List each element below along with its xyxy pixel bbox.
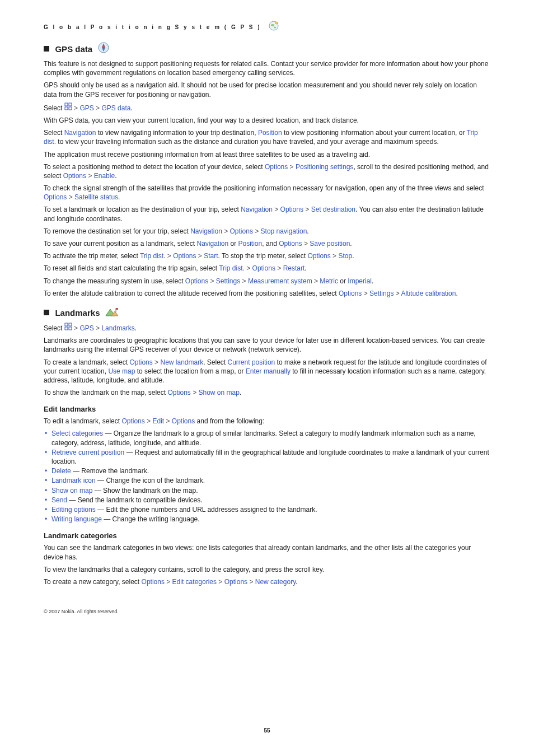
text: . [350,240,352,248]
text: To edit a landmark, select [44,417,121,425]
chevron-icon: > [198,252,202,260]
ui-term: Options [172,417,195,425]
subheading-edit-landmarks: Edit landmarks [44,405,490,413]
ui-term: Start [204,252,218,260]
ui-term: Options [230,227,253,235]
text: . Select [203,358,227,366]
body-text: Select > GPS > Landmarks. [44,323,490,333]
svg-point-1 [271,24,274,26]
text: . [130,104,132,112]
text: — Organize the landmark to a group of si… [51,430,476,446]
chevron-icon: > [396,290,400,297]
body-text: To enter the altitude calibration to cor… [44,289,490,298]
chevron-icon: > [96,324,100,332]
svg-rect-18 [69,327,72,330]
chevron-icon: > [305,206,309,213]
chevron-icon: > [96,104,100,112]
svg-point-3 [275,22,278,24]
text: Select [44,104,64,112]
chevron-icon: > [314,277,318,285]
text: To set a landmark or location as the des… [44,206,241,213]
header-globe-icon [268,20,279,34]
body-text: Select > GPS > GPS data. [44,102,490,113]
chevron-icon: > [167,252,171,260]
menu-path: Landmarks [101,324,134,332]
ui-term: Options [265,163,288,171]
chevron-icon: > [290,163,294,171]
list-item: Show on map — Show the landmark on the m… [44,486,490,495]
ui-term: Options [224,578,247,586]
section-heading-landmarks: Landmarks [44,306,490,319]
ui-term: Show on map [199,389,240,396]
text: To show the landmark on the map, select [44,389,167,396]
ui-term: Show on map [51,487,92,494]
svg-rect-15 [65,323,68,326]
chevron-icon: > [332,252,336,260]
body-text: To create a new category, select Options… [44,577,490,586]
text: — Show the landmark on the map. [92,487,198,494]
text: . [240,389,241,396]
ui-term: Measurement system [248,277,312,285]
ui-term: Landmark icon [51,477,96,484]
menu-path: GPS [79,104,93,112]
text: — Remove the landmark. [71,467,149,475]
body-text: You can see the landmark categories in t… [44,543,490,561]
text: To save your current position as a landm… [44,240,196,248]
chevron-icon: > [210,277,214,285]
ui-term: Delete [51,467,71,475]
text: or [228,240,238,248]
ui-term: Options [185,277,208,285]
ui-term: Altitude calibration [401,290,456,297]
ui-term: Save position [310,240,350,248]
body-text: To set a landmark or location as the des… [44,205,490,223]
body-text: To create a landmark, select Options > N… [44,358,490,385]
menu-path: GPS data [101,104,130,112]
ui-term: Options [307,252,330,260]
text: to view positioning information about yo… [282,129,467,137]
svg-rect-13 [116,308,118,310]
ui-term: Options [63,172,86,180]
body-text: To check the signal strength of the sate… [44,184,490,202]
ui-term: Send [51,496,67,504]
list-item: Editing options — Edit the phone numbers… [44,505,490,514]
body-text: To reset all fields and start calculatin… [44,264,490,273]
list-item: Select categories — Organize the landmar… [44,429,490,447]
body-text: With GPS data, you can view your current… [44,116,490,125]
list-item: Delete — Remove the landmark. [44,466,490,475]
ui-term: Editing options [51,506,96,514]
list-item: Landmark icon — Change the icon of the l… [44,476,490,485]
compass-icon [97,46,110,55]
svg-rect-16 [69,323,72,326]
ui-term: Enter manually [246,367,291,375]
text: . [135,324,137,332]
ui-term: Writing language [51,515,102,523]
chevron-icon: > [304,240,308,248]
ui-term: Metric [320,277,338,285]
chevron-icon: > [249,578,253,586]
chevron-icon: > [88,172,92,180]
text: — Change the icon of the landmark. [96,477,205,484]
text: To activate the trip meter, select [44,252,140,260]
body-text: To activate the trip meter, select Trip … [44,251,490,260]
body-text: To save your current position as a landm… [44,239,490,248]
text: . [305,264,306,272]
ui-term: Select categories [51,430,103,437]
ui-term: New landmark [160,358,203,366]
ui-term: Current position [228,358,275,366]
menu-path: GPS [79,324,93,332]
ui-term: Retrieve current position [51,449,124,456]
chevron-icon: > [74,324,78,332]
text: . [296,578,297,586]
ui-term: Use map [108,367,135,375]
body-text: Landmarks are coordinates to geographic … [44,336,490,354]
svg-rect-9 [65,107,68,110]
chevron-icon: > [246,264,250,272]
ui-term: Options [252,264,275,272]
chevron-icon: > [255,227,259,235]
text: . [456,290,457,297]
heading-text: Landmarks [55,307,100,317]
text: . [118,193,120,201]
subheading-landmark-categories: Landmark categories [44,531,490,540]
svg-point-2 [274,27,276,29]
ui-term: Options [142,578,165,586]
